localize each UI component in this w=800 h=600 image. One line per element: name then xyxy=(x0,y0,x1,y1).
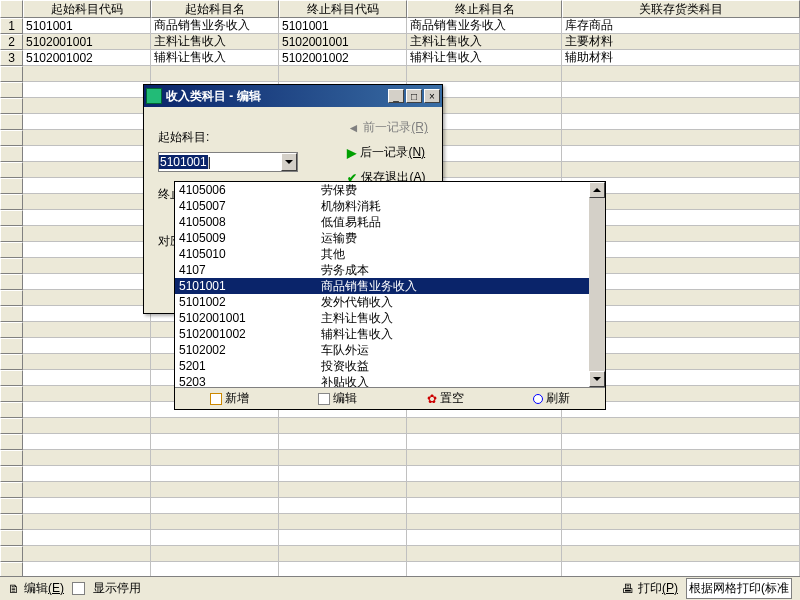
cell[interactable] xyxy=(562,514,800,530)
row-number[interactable]: 1 xyxy=(0,18,23,34)
dropdown-item[interactable]: 5101001商品销售业务收入 xyxy=(175,278,605,294)
cell[interactable] xyxy=(23,306,151,322)
row-number[interactable]: 3 xyxy=(0,50,23,66)
row-number[interactable] xyxy=(0,146,23,162)
table-row[interactable]: 25102001001主料让售收入5102001001主料让售收入主要材料 xyxy=(0,34,800,50)
table-row[interactable]: 15101001商品销售业务收入5101001商品销售业务收入库存商品 xyxy=(0,18,800,34)
row-number[interactable] xyxy=(0,290,23,306)
row-number[interactable] xyxy=(0,338,23,354)
col-header-start-name[interactable]: 起始科目名 xyxy=(151,0,279,18)
dropdown-item[interactable]: 4107劳务成本 xyxy=(175,262,605,278)
cell[interactable] xyxy=(23,322,151,338)
cell[interactable] xyxy=(23,274,151,290)
cell[interactable] xyxy=(23,242,151,258)
next-record-button[interactable]: ▶ 后一记录(N) xyxy=(347,144,428,161)
row-number[interactable] xyxy=(0,130,23,146)
cell[interactable] xyxy=(151,546,279,562)
cell[interactable] xyxy=(23,450,151,466)
row-number[interactable] xyxy=(0,322,23,338)
dropdown-scrollbar[interactable] xyxy=(589,182,605,387)
cell[interactable] xyxy=(562,130,800,146)
cell[interactable] xyxy=(562,418,800,434)
new-button[interactable]: 新增 xyxy=(210,390,249,407)
table-row[interactable] xyxy=(0,418,800,434)
dialog-titlebar[interactable]: 收入类科目 - 编辑 _ □ × xyxy=(144,85,442,107)
row-number[interactable] xyxy=(0,82,23,98)
minimize-button[interactable]: _ xyxy=(388,89,404,103)
table-row[interactable]: 35102001002辅料让售收入5102001002辅料让售收入辅助材料 xyxy=(0,50,800,66)
cell[interactable] xyxy=(279,418,407,434)
show-disabled-checkbox[interactable] xyxy=(72,582,85,595)
row-number[interactable] xyxy=(0,258,23,274)
dropdown-item[interactable]: 4105008低值易耗品 xyxy=(175,214,605,230)
cell[interactable] xyxy=(279,466,407,482)
cell[interactable]: 商品销售业务收入 xyxy=(151,18,279,34)
prev-record-button[interactable]: ◄ 前一记录(R) xyxy=(347,119,428,136)
dropdown-list[interactable]: 4105006劳保费4105007机物料消耗4105008低值易耗品410500… xyxy=(175,182,605,387)
cell[interactable] xyxy=(23,146,151,162)
cell[interactable] xyxy=(23,402,151,418)
cell[interactable]: 5102001002 xyxy=(23,50,151,66)
cell[interactable] xyxy=(23,530,151,546)
cell[interactable] xyxy=(23,498,151,514)
dropdown-button[interactable] xyxy=(281,153,297,171)
edit-command[interactable]: 🗎 编辑(E) xyxy=(8,580,64,597)
cell[interactable] xyxy=(23,130,151,146)
row-number[interactable] xyxy=(0,114,23,130)
cell[interactable] xyxy=(151,450,279,466)
cell[interactable] xyxy=(151,466,279,482)
cell[interactable] xyxy=(23,418,151,434)
cell[interactable] xyxy=(151,514,279,530)
cell[interactable] xyxy=(562,434,800,450)
cell[interactable]: 5102001001 xyxy=(23,34,151,50)
cell[interactable] xyxy=(407,434,562,450)
row-number[interactable] xyxy=(0,306,23,322)
table-row[interactable] xyxy=(0,450,800,466)
row-number[interactable] xyxy=(0,498,23,514)
cell[interactable] xyxy=(23,66,151,82)
cell[interactable] xyxy=(562,98,800,114)
table-row[interactable] xyxy=(0,466,800,482)
cell[interactable] xyxy=(562,482,800,498)
cell[interactable] xyxy=(562,162,800,178)
row-number[interactable] xyxy=(0,402,23,418)
print-mode-combo[interactable]: 根据网格打印(标准 xyxy=(686,578,792,599)
cell[interactable] xyxy=(23,162,151,178)
cell[interactable]: 辅助材料 xyxy=(562,50,800,66)
refresh-button[interactable]: 刷新 xyxy=(533,390,570,407)
row-number[interactable] xyxy=(0,370,23,386)
cell[interactable] xyxy=(279,434,407,450)
table-row[interactable] xyxy=(0,530,800,546)
cell[interactable] xyxy=(407,514,562,530)
row-number[interactable] xyxy=(0,98,23,114)
cell[interactable] xyxy=(562,66,800,82)
cell[interactable] xyxy=(407,530,562,546)
row-number[interactable] xyxy=(0,178,23,194)
col-header-end-code[interactable]: 终止科目代码 xyxy=(279,0,407,18)
cell[interactable] xyxy=(562,82,800,98)
row-number[interactable] xyxy=(0,466,23,482)
cell[interactable] xyxy=(151,530,279,546)
table-row[interactable] xyxy=(0,498,800,514)
cell[interactable] xyxy=(23,514,151,530)
cell[interactable]: 主料让售收入 xyxy=(407,34,562,50)
dropdown-item[interactable]: 4105009运输费 xyxy=(175,230,605,246)
cell[interactable] xyxy=(279,514,407,530)
dropdown-item[interactable]: 5101002发外代销收入 xyxy=(175,294,605,310)
cell[interactable] xyxy=(23,290,151,306)
table-row[interactable] xyxy=(0,434,800,450)
cell[interactable] xyxy=(151,418,279,434)
cell[interactable] xyxy=(151,66,279,82)
cell[interactable] xyxy=(407,498,562,514)
row-number[interactable] xyxy=(0,514,23,530)
scroll-up-button[interactable] xyxy=(589,182,605,198)
cell[interactable]: 辅料让售收入 xyxy=(407,50,562,66)
cell[interactable] xyxy=(23,354,151,370)
cell[interactable]: 辅料让售收入 xyxy=(151,50,279,66)
cell[interactable] xyxy=(23,98,151,114)
cell[interactable] xyxy=(23,482,151,498)
row-number[interactable] xyxy=(0,210,23,226)
cell[interactable] xyxy=(23,82,151,98)
cell[interactable] xyxy=(151,498,279,514)
row-number[interactable] xyxy=(0,162,23,178)
